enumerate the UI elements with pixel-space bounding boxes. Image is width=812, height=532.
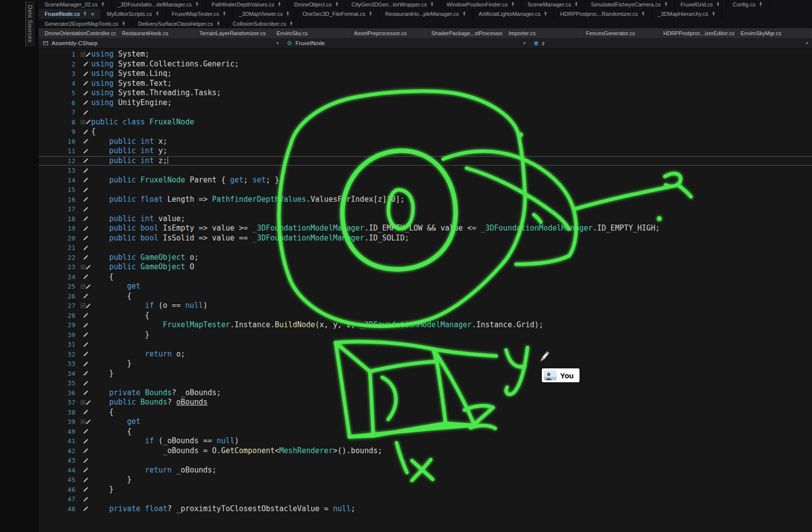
code-line[interactable]: 21 — [39, 243, 812, 253]
tab[interactable]: FruxelGrid.cs — [675, 0, 727, 9]
code-line[interactable]: 19 public bool IsEmpty => value >= _3DFo… — [39, 224, 812, 234]
code-line[interactable]: 6 using UnityEngine; — [39, 98, 812, 108]
code-line[interactable]: 13 — [39, 166, 812, 176]
tab[interactable]: DroneOrientationController.cs — [39, 28, 116, 38]
pin-icon[interactable] — [716, 2, 720, 7]
tab[interactable]: FruxelMapTester.cs — [166, 9, 233, 19]
tab[interactable]: ArtificialLightsManager.cs — [473, 9, 555, 19]
tab[interactable]: HDRPPostproc...Randomizer.cs — [554, 9, 652, 19]
member-dropdown[interactable]: z ▾ — [529, 38, 812, 48]
tab[interactable]: RestaurantHo...pleManager.cs — [379, 9, 473, 19]
tab[interactable]: _3DMapViewer.cs — [233, 9, 296, 19]
code-line[interactable]: 41 if (_oBounds == null) — [39, 436, 812, 446]
fold-marker[interactable] — [81, 265, 85, 269]
tab[interactable]: SimulatedFisheyeCamera.cs — [585, 0, 675, 9]
code-line[interactable]: 5 using System.Threading.Tasks; — [39, 88, 812, 98]
code-line[interactable]: 8 public class FruxelNode — [39, 118, 812, 127]
code-line[interactable]: 7 — [39, 108, 812, 118]
code-line[interactable]: 24 { — [39, 272, 812, 282]
code-line[interactable]: 44 return _oBounds; — [39, 466, 812, 475]
type-dropdown[interactable]: FruxelNode ▾ — [283, 38, 529, 48]
code-line[interactable]: 39 get — [39, 417, 812, 427]
code-line[interactable]: 36 private Bounds? _oBounds; — [39, 388, 812, 398]
code-line[interactable]: 45 } — [39, 475, 812, 485]
code-line[interactable]: 14 public FruxelNode Parent { get; set; … — [39, 176, 812, 185]
code-line[interactable]: 38 { — [39, 408, 812, 417]
code-line[interactable]: 9 { — [39, 127, 812, 137]
tab[interactable]: DroneObject.cs — [288, 0, 346, 9]
fold-marker[interactable] — [81, 303, 85, 308]
tab[interactable]: HDRPPostproc...izerEditor.cs — [657, 28, 735, 38]
pin-icon[interactable] — [335, 2, 339, 7]
tab[interactable]: MyEditorScripts.cs — [101, 9, 166, 19]
pin-icon[interactable] — [222, 11, 227, 16]
code-line[interactable]: 17 — [39, 204, 812, 214]
tab[interactable]: Config.cs — [727, 0, 769, 9]
tab[interactable]: TerrainLayerRandomizer.cs — [193, 28, 271, 38]
code-line[interactable]: 29 FruxelMapTester.Instance.BuildNode(x,… — [39, 320, 812, 330]
code-line[interactable]: 42 _oBounds = O.GetComponent<MeshRendere… — [39, 446, 812, 456]
code-line[interactable]: 48 private float? _proximityToClosestObs… — [39, 504, 812, 514]
code-line[interactable]: 40 { — [39, 427, 812, 437]
code-line[interactable]: 47 — [39, 494, 812, 504]
code-line[interactable]: 11 public int y; — [39, 146, 812, 156]
pin-icon[interactable] — [216, 21, 221, 26]
code-line[interactable]: 34 } — [39, 369, 812, 379]
pin-icon[interactable] — [511, 2, 515, 7]
code-line[interactable]: 2 using System.Collections.Generic; — [39, 59, 812, 69]
tab[interactable]: _3DMapHierarchy.cs — [652, 9, 722, 19]
code-line[interactable]: 27 if (o == null) — [39, 301, 812, 311]
code-line[interactable]: 25 get — [39, 282, 812, 292]
code-line[interactable]: 3 using System.Linq; — [39, 69, 812, 79]
pin-icon[interactable] — [574, 2, 579, 7]
tab[interactable]: PathfinderDepthValues.cs — [206, 0, 288, 9]
code-line[interactable]: 1 using System; — [39, 50, 812, 59]
tab[interactable]: EnviroSky.cs — [271, 28, 348, 38]
code-line[interactable]: 12 public int z; — [39, 156, 812, 166]
code-line[interactable]: 30 } — [39, 330, 812, 340]
code-line[interactable]: 16 public float Length => PathfinderDept… — [39, 195, 812, 205]
code-line[interactable]: 32 return o; — [39, 350, 812, 359]
tab[interactable]: CollisionSubscriber.cs — [227, 19, 300, 28]
pin-icon[interactable] — [543, 11, 548, 16]
tab[interactable]: SceneManager.cs — [522, 0, 585, 9]
pin-icon[interactable] — [286, 11, 290, 16]
tab[interactable]: RestaurantHook.cs — [116, 28, 193, 38]
pin-icon[interactable] — [664, 2, 668, 7]
pin-icon[interactable] — [641, 11, 645, 16]
pin-icon[interactable] — [289, 21, 293, 26]
tab[interactable]: OneSec3D_FileFormat.cs — [296, 9, 379, 19]
code-line[interactable]: 22 public GameObject o; — [39, 253, 812, 263]
code-line[interactable]: 46 } — [39, 485, 812, 495]
pin-icon[interactable] — [711, 11, 716, 16]
fold-marker[interactable] — [81, 419, 85, 424]
pin-icon[interactable] — [758, 2, 763, 7]
data-sources-tab[interactable]: Data Sources — [25, 1, 35, 47]
fold-marker[interactable] — [81, 52, 85, 57]
code-line[interactable]: 37 public Bounds? oBounds — [39, 398, 812, 408]
tab[interactable]: Generator2ExportMapTools.cs — [39, 19, 132, 28]
code-line[interactable]: 26 { — [39, 292, 812, 301]
tab[interactable]: EnviroSkyMgr.cs — [735, 28, 812, 38]
fold-marker[interactable] — [81, 284, 85, 289]
pin-icon[interactable] — [101, 2, 105, 7]
pin-icon[interactable] — [277, 2, 282, 7]
tab[interactable]: CityGen3DGen...torWrapper.cs — [346, 0, 441, 9]
pin-icon[interactable] — [121, 21, 126, 26]
code-line[interactable]: 10 public int x; — [39, 137, 812, 147]
tab[interactable]: AssetPreprocessor.cs — [348, 28, 425, 38]
code-line[interactable]: 18 public int value; — [39, 214, 812, 224]
tab[interactable]: _3DFoundatio...delManager.cs — [112, 0, 206, 9]
tab[interactable]: FencesGenerator.cs — [580, 28, 657, 38]
code-line[interactable]: 33 } — [39, 359, 812, 369]
code-line[interactable]: 20 public bool IsSolid => value == _3DFo… — [39, 234, 812, 243]
fold-marker[interactable] — [81, 120, 85, 124]
tab[interactable]: DeliverySurfaceClassHelper.cs — [132, 19, 227, 28]
code-line[interactable]: 15 — [39, 185, 812, 195]
pin-icon[interactable] — [83, 11, 87, 16]
code-line[interactable]: 28 { — [39, 311, 812, 321]
code-line[interactable]: 43 — [39, 456, 812, 466]
pin-icon[interactable] — [430, 2, 434, 7]
tab[interactable]: WindowPositionFinder.cs — [441, 0, 522, 9]
tab[interactable]: FruxelNode.cs × — [39, 9, 101, 19]
